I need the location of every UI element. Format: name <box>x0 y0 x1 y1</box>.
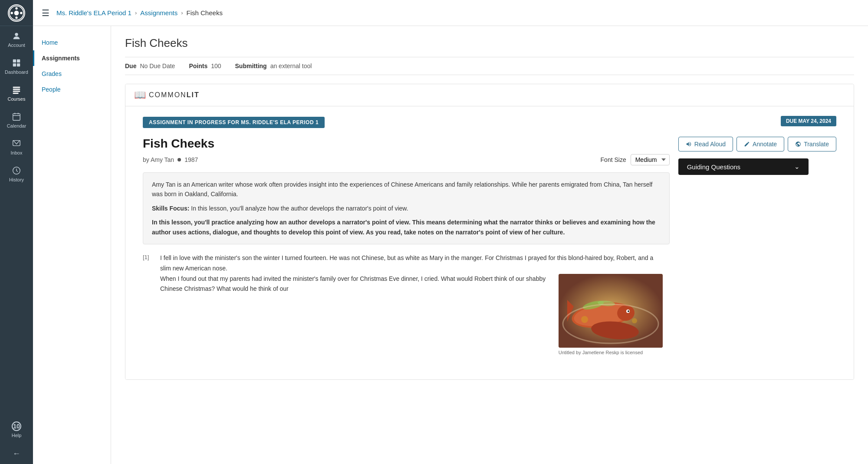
sidebar: Account Dashboard Courses Calendar Inbox… <box>0 0 33 464</box>
breadcrumb-sep-1: › <box>135 10 137 16</box>
nav-assignments[interactable]: Assignments <box>33 50 111 66</box>
main-content: Fish Cheeks Due No Due Date Points 100 S… <box>111 26 868 464</box>
breadcrumb: Ms. Riddle's ELA Period 1 › Assignments … <box>56 9 223 16</box>
svg-point-2 <box>15 7 17 9</box>
para-1-num: [1] <box>143 253 153 360</box>
commonlit-logo-text: COMMONLIT <box>149 91 200 99</box>
collapse-button[interactable]: ← <box>0 443 33 464</box>
svg-point-1 <box>14 10 19 15</box>
svg-rect-10 <box>17 63 20 66</box>
secondary-nav: Home Assignments Grades People <box>33 26 111 464</box>
sidebar-label-inbox: Inbox <box>11 150 23 155</box>
guiding-questions-button[interactable]: Guiding Questions ⌄ <box>678 158 809 175</box>
logo-icon <box>8 4 25 22</box>
translate-button[interactable]: Translate <box>788 137 836 151</box>
meta-submitting-label: Submitting <box>235 63 267 69</box>
para-1-text: I fell in love with the minister's son t… <box>160 253 663 274</box>
meta-points-value: 100 <box>211 63 221 69</box>
svg-point-31 <box>581 316 588 323</box>
meta-due-value: No Due Date <box>140 63 175 69</box>
font-size-control: Font Size Small Medium Large <box>601 154 670 165</box>
skills-text: In this lesson, you'll analyze how the a… <box>189 205 408 212</box>
svg-rect-12 <box>13 89 20 90</box>
reading-actions-row: Read Aloud Annotate Translate <box>678 137 836 151</box>
breadcrumb-current: Fish Cheeks <box>187 9 223 16</box>
menu-button[interactable]: ☰ <box>42 8 49 18</box>
sidebar-item-inbox[interactable]: Inbox <box>0 134 33 161</box>
reading-author: by Amy Tan <box>143 156 174 163</box>
reading-year: 1987 <box>184 156 198 163</box>
nav-people[interactable]: People <box>33 82 111 97</box>
sidebar-label-courses: Courses <box>8 96 26 102</box>
svg-rect-8 <box>17 59 20 63</box>
svg-rect-15 <box>13 114 20 121</box>
sidebar-item-courses[interactable]: Courses <box>0 80 33 107</box>
due-badge: DUE MAY 24, 2024 <box>781 116 836 126</box>
courses-icon <box>12 85 21 95</box>
commonlit-content-wrapper: Fish Cheeks by Amy Tan 1987 Font Size <box>143 137 836 369</box>
content-area: Home Assignments Grades People Fish Chee… <box>33 26 868 464</box>
pencil-icon <box>744 141 750 147</box>
intro-bio: Amy Tan is an American writer whose work… <box>152 180 661 199</box>
meta-submitting: Submitting an external tool <box>235 63 312 69</box>
commonlit-header: 📖 COMMONLIT <box>125 84 854 106</box>
sidebar-bottom: 10 Help ← <box>0 416 33 464</box>
svg-point-32 <box>632 318 637 323</box>
annotate-button[interactable]: Annotate <box>736 137 784 151</box>
svg-rect-9 <box>13 63 16 66</box>
breadcrumb-sep-2: › <box>181 10 183 16</box>
inbox-icon <box>12 139 21 148</box>
sidebar-item-history[interactable]: History <box>0 161 33 188</box>
commonlit-body: ASSIGNMENT IN PROGRESS FOR MS. RIDDLE'S … <box>125 106 854 379</box>
font-size-select[interactable]: Small Medium Large <box>631 154 670 165</box>
meta-due: Due No Due Date <box>125 63 175 69</box>
svg-rect-11 <box>13 87 20 88</box>
svg-point-4 <box>11 12 13 14</box>
meta-points-label: Points <box>189 63 207 69</box>
svg-point-3 <box>15 16 17 19</box>
breadcrumb-section[interactable]: Assignments <box>140 9 178 16</box>
account-icon <box>12 31 21 41</box>
sidebar-item-help[interactable]: 10 Help <box>0 416 33 443</box>
sidebar-item-account[interactable]: Account <box>0 26 33 53</box>
sidebar-label-help: Help <box>12 433 22 438</box>
meta-points: Points 100 <box>189 63 221 69</box>
reading-meta: by Amy Tan 1987 <box>143 156 198 163</box>
sidebar-item-calendar[interactable]: Calendar <box>0 107 33 134</box>
collapse-icon: ← <box>13 449 20 458</box>
reading-area: Fish Cheeks by Amy Tan 1987 Font Size <box>143 137 670 369</box>
font-size-label: Font Size <box>601 156 626 163</box>
intro-box: Amy Tan is an American writer whose work… <box>143 172 670 244</box>
help-icon: 10 <box>12 421 21 431</box>
assignment-banner: ASSIGNMENT IN PROGRESS FOR MS. RIDDLE'S … <box>143 117 325 133</box>
sidebar-label-dashboard: Dashboard <box>5 69 28 75</box>
svg-point-26 <box>628 310 629 312</box>
intro-bold: In this lesson, you'll practice analyzin… <box>152 217 661 237</box>
breadcrumb-course[interactable]: Ms. Riddle's ELA Period 1 <box>56 9 132 16</box>
globe-icon <box>795 141 801 147</box>
calendar-icon <box>12 112 21 122</box>
assignment-meta: Due No Due Date Points 100 Submitting an… <box>125 57 854 75</box>
dashboard-icon <box>12 58 21 68</box>
page-title: Fish Cheeks <box>125 36 854 50</box>
nav-grades[interactable]: Grades <box>33 66 111 82</box>
speaker-icon <box>686 141 692 147</box>
topbar: ☰ Ms. Riddle's ELA Period 1 › Assignment… <box>33 0 868 26</box>
chevron-down-icon: ⌄ <box>794 163 800 171</box>
read-aloud-button[interactable]: Read Aloud <box>678 137 733 151</box>
reading-title: Fish Cheeks <box>143 137 670 151</box>
nav-home[interactable]: Home <box>33 35 111 50</box>
right-tools: Read Aloud Annotate Translate <box>678 137 836 369</box>
sidebar-logo[interactable] <box>0 0 33 26</box>
svg-rect-13 <box>13 91 20 92</box>
svg-rect-7 <box>13 59 16 63</box>
paragraph-1: [1] I fell in love with the minister's s… <box>143 253 670 360</box>
meta-submitting-value: an external tool <box>270 63 312 69</box>
meta-due-label: Due <box>125 63 136 69</box>
svg-rect-14 <box>13 92 19 94</box>
sidebar-item-dashboard[interactable]: Dashboard <box>0 53 33 80</box>
author-separator <box>178 158 181 161</box>
book-icon: 📖 <box>134 89 146 101</box>
fish-image <box>559 274 663 348</box>
commonlit-logo: 📖 COMMONLIT <box>134 89 200 101</box>
